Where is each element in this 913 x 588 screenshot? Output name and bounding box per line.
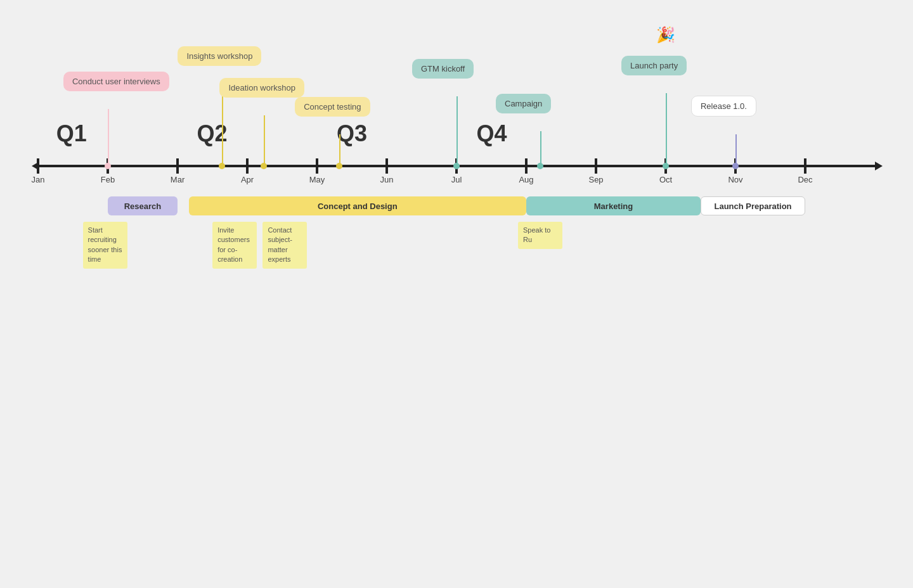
month-label: Feb xyxy=(101,175,115,184)
month-marker xyxy=(385,158,388,174)
event-card[interactable]: Release 1.0. xyxy=(691,96,756,117)
month-marker xyxy=(804,158,806,174)
event-card[interactable]: Ideation workshop xyxy=(219,78,304,98)
month-marker xyxy=(246,158,249,174)
month-label: Oct xyxy=(659,175,672,184)
month-label: Aug xyxy=(519,175,533,184)
launch-party-emoji: 🎉 xyxy=(656,26,675,44)
event-card[interactable]: Insights workshop xyxy=(178,46,261,66)
timeline-axis: Q1Q2Q3Q4JanFebMarAprMayJunJulAugSepOctNo… xyxy=(38,165,875,167)
axis-dot xyxy=(336,163,342,169)
phase-bar[interactable]: Marketing xyxy=(526,196,701,215)
sticky-note: Invite customers for co-creation xyxy=(212,222,257,269)
month-label: Jul xyxy=(451,175,462,184)
phase-bar[interactable]: Research xyxy=(108,196,178,215)
month-label: Jan xyxy=(32,175,45,184)
axis-dot xyxy=(537,163,543,169)
axis-dot xyxy=(732,163,739,169)
axis-dot xyxy=(219,163,225,169)
quarter-label: Q4 xyxy=(476,120,507,147)
axis-dot xyxy=(261,163,267,169)
timeline-container: Q1Q2Q3Q4JanFebMarAprMayJunJulAugSepOctNo… xyxy=(38,127,875,167)
quarter-label: Q3 xyxy=(337,120,367,147)
axis-dot xyxy=(663,163,669,169)
event-card[interactable]: Conduct user interviews xyxy=(63,72,169,91)
sticky-note: Start recruiting sooner this time xyxy=(83,222,127,269)
event-card[interactable]: Campaign xyxy=(496,94,551,113)
month-label: Dec xyxy=(798,175,812,184)
month-marker xyxy=(176,158,179,174)
event-line xyxy=(735,134,737,166)
event-line xyxy=(108,109,109,166)
event-line xyxy=(264,115,265,166)
month-label: Jun xyxy=(380,175,394,184)
event-line xyxy=(339,134,340,166)
event-card[interactable]: GTM kickoff xyxy=(412,59,474,79)
phase-bar[interactable]: Launch Preparation xyxy=(701,196,805,215)
month-label: May xyxy=(309,175,325,184)
sticky-note: Speak to Ru xyxy=(518,222,562,249)
event-line xyxy=(666,93,667,166)
sticky-note: Contact subject-matter experts xyxy=(262,222,307,269)
event-line xyxy=(456,96,458,166)
month-marker xyxy=(595,158,597,174)
month-label: Sep xyxy=(588,175,603,184)
quarter-label: Q1 xyxy=(56,120,87,147)
axis-dot xyxy=(453,163,460,169)
month-label: Mar xyxy=(171,175,185,184)
month-label: Apr xyxy=(241,175,254,184)
month-marker xyxy=(316,158,318,174)
month-marker xyxy=(37,158,39,174)
month-marker xyxy=(525,158,528,174)
event-line xyxy=(540,131,541,166)
event-card[interactable]: Launch party xyxy=(621,56,687,75)
month-label: Nov xyxy=(728,175,742,184)
event-card[interactable]: Concept testing xyxy=(295,97,370,117)
axis-dot xyxy=(105,163,111,169)
phase-bar[interactable]: Concept and Design xyxy=(189,196,526,215)
